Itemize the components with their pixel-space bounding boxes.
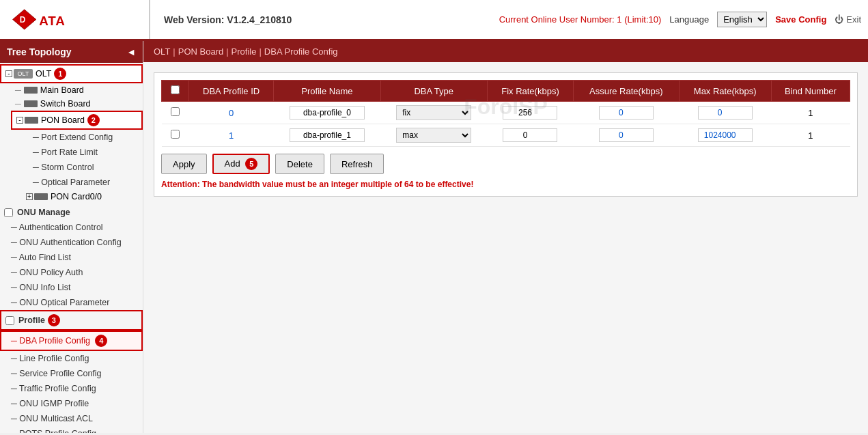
nav-dot4: ─ [33, 178, 41, 187]
mainboard-icon [24, 87, 38, 94]
row-1-checkbox[interactable] [171, 130, 180, 139]
badge-4: 4 [95, 335, 107, 347]
th-dba-type: DBA Type [380, 81, 487, 102]
row-0-fix-rate-input[interactable] [503, 106, 557, 120]
table-row: 1fixmaxassuredassured+maxfix+assured+max… [162, 124, 850, 147]
nav-onu-policy[interactable]: ─ ONU Policy Auth [0, 265, 143, 280]
breadcrumb-sep1: | [173, 46, 175, 57]
tree-item-olt[interactable]: - OLT OLT 1 [0, 64, 143, 83]
tree-node-olt: - OLT OLT 1 ─ Main Board ─ Switch Board [0, 63, 143, 205]
th-assure-rate: Assure Rate(kbps) [573, 81, 679, 102]
ponboard-collapse-icon[interactable]: - [16, 117, 23, 124]
nav-dot2: ─ [33, 148, 41, 157]
row-1-profile-name-input[interactable] [290, 128, 365, 142]
nav-group-onu-manage[interactable]: ONU Manage [0, 205, 143, 220]
tree-item-mainboard[interactable]: ─ Main Board [11, 83, 143, 97]
row-0-profile-name-input[interactable] [290, 106, 365, 120]
online-info: Current Online User Number: 1 (Limit:10) [499, 14, 662, 25]
row-0-id-link[interactable]: 0 [229, 108, 234, 118]
row-name-cell [274, 102, 380, 124]
tree-item-poncard[interactable]: + PON Card0/0 [22, 190, 143, 204]
tree-item-ponboard[interactable]: - PON Board 2 [11, 111, 143, 130]
row-1-assure-rate-input[interactable] [599, 128, 654, 142]
row-1-fix-rate-input[interactable] [503, 128, 557, 142]
nav-port-rate[interactable]: ─ Port Rate Limit [22, 145, 143, 160]
nav-dba-profile[interactable]: ─ DBA Profile Config 4 [0, 331, 143, 351]
tree-topology-title: Tree Topology [7, 46, 72, 57]
nav-multicast-acl[interactable]: ─ ONU Multicast ACL [0, 411, 143, 426]
language-select[interactable]: English [717, 12, 767, 27]
attention-text: Attention: The bandwidth value must be a… [161, 180, 850, 189]
collapse-arrow-icon[interactable]: ◄ [126, 46, 136, 57]
nav-service-profile[interactable]: ─ Service Profile Config [0, 366, 143, 381]
th-bind-number: Bind Number [771, 81, 850, 102]
language-label: Language [669, 14, 709, 25]
row-max-rate-cell [679, 124, 771, 147]
row-assure-rate-cell [573, 124, 679, 147]
nav-onu-auth-config[interactable]: ─ ONU Authentication Config [0, 235, 143, 250]
collapse-icon[interactable]: - [5, 70, 12, 77]
nav-onu-info[interactable]: ─ ONU Info List [0, 280, 143, 295]
nav-auth-control[interactable]: ─ Authentication Control [0, 220, 143, 235]
tree-sub-ponboard: - PON Board 2 ─ Port Extend Config ─ Por… [0, 111, 143, 204]
breadcrumb-ponboard: PON Board [178, 46, 223, 57]
row-1-dba-type-select[interactable]: fixmaxassuredassured+maxfix+assured+max [396, 128, 471, 143]
sidebar-header: Tree Topology ◄ [0, 41, 143, 63]
row-1-id-link[interactable]: 1 [229, 130, 234, 141]
exit-button[interactable]: ⏻ Exit [835, 14, 861, 25]
row-max-rate-cell [679, 102, 771, 124]
nav-group-profile[interactable]: Profile 3 [0, 310, 143, 331]
nav-traffic-profile[interactable]: ─ Traffic Profile Config [0, 381, 143, 396]
row-0-max-rate-input[interactable] [698, 106, 753, 120]
onu-manage-checkbox[interactable] [4, 208, 13, 217]
tree-item-switchboard[interactable]: ─ Switch Board [11, 97, 143, 111]
add-button[interactable]: Add 5 [212, 154, 270, 174]
port-items: ─ Port Extend Config ─ Port Rate Limit ─… [11, 130, 143, 190]
nav-line-profile[interactable]: ─ Line Profile Config [0, 351, 143, 366]
nav-port-extend[interactable]: ─ Port Extend Config [22, 130, 143, 145]
delete-button[interactable]: Delete [275, 154, 324, 174]
nav-pots-profile[interactable]: ─ POTS Profile Config [0, 426, 143, 433]
nav-auto-find[interactable]: ─ Auto Find List [0, 250, 143, 265]
poncard-expand-icon[interactable]: + [26, 193, 33, 200]
table-row: 0fixmaxassuredassured+maxfix+assured+max… [162, 102, 850, 124]
row-name-cell [274, 124, 380, 147]
save-config-button[interactable]: Save Config [775, 14, 826, 25]
row-fix-rate-cell [487, 102, 573, 124]
row-0-assure-rate-input[interactable] [599, 106, 654, 120]
th-profile-name: Profile Name [274, 81, 380, 102]
button-row: Apply Add 5 Delete Refresh [161, 154, 850, 174]
row-checkbox-cell [162, 124, 189, 147]
badge-1: 1 [54, 68, 66, 80]
nav-igmp-profile[interactable]: ─ ONU IGMP Profile [0, 396, 143, 411]
logo: D ATA [7, 4, 89, 35]
nav-dot: ─ [33, 132, 41, 142]
select-all-checkbox[interactable] [171, 85, 180, 94]
th-profile-id: DBA Profile ID [189, 81, 274, 102]
refresh-button[interactable]: Refresh [330, 154, 384, 174]
poncard-icon [34, 193, 48, 200]
switchboard-icon [24, 100, 38, 107]
apply-button[interactable]: Apply [161, 154, 207, 174]
header: D ATA Web Version: V1.2.4_210810 Current… [0, 0, 868, 41]
switchboard-label: Switch Board [40, 99, 91, 109]
olt-icon: OLT [14, 69, 33, 79]
main-panel: DBA Profile ID Profile Name DBA Type Fix… [143, 62, 868, 433]
nav-optical-param[interactable]: ─ Optical Parameter [22, 175, 143, 190]
row-0-dba-type-select[interactable]: fixmaxassuredassured+maxfix+assured+max [396, 105, 471, 120]
nav-storm-control[interactable]: ─ Storm Control [22, 160, 143, 175]
content-area: OLT | PON Board | Profile | DBA Profile … [143, 41, 868, 433]
profile-items: ─ DBA Profile Config 4 ─ Line Profile Co… [0, 331, 143, 433]
nav-dot3: ─ [33, 163, 41, 172]
breadcrumb: OLT | PON Board | Profile | DBA Profile … [143, 41, 868, 62]
th-max-rate: Max Rate(kbps) [679, 81, 771, 102]
profile-checkbox[interactable] [5, 316, 14, 325]
row-1-max-rate-input[interactable] [698, 128, 753, 142]
row-fix-rate-cell [487, 124, 573, 147]
power-icon: ⏻ [835, 14, 843, 25]
nav-onu-optical[interactable]: ─ ONU Optical Parameter [0, 295, 143, 310]
row-0-checkbox[interactable] [171, 107, 180, 116]
onu-manage-items: ─ Authentication Control ─ ONU Authentic… [0, 220, 143, 310]
row-assure-rate-cell [573, 102, 679, 124]
ponboard-icon [25, 117, 38, 124]
